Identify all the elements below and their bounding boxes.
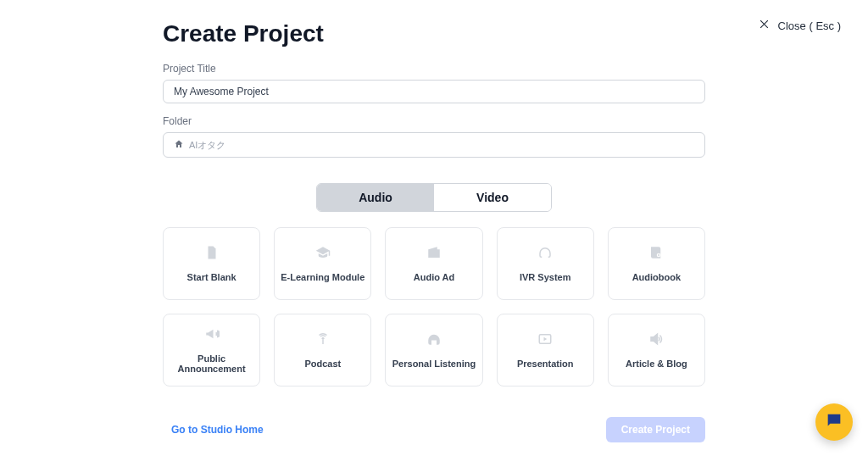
card-label: IVR System [515,272,576,282]
svg-point-3 [321,337,324,340]
card-label: Personal Listening [387,359,481,369]
studio-home-link[interactable]: Go to Studio Home [163,424,264,436]
card-label: Presentation [512,359,579,369]
project-title-label: Project Title [163,63,705,75]
card-label: Start Blank [182,272,242,282]
chat-icon [825,411,843,433]
project-title-group: Project Title [163,63,705,103]
page-title: Create Project [163,20,705,47]
card-article-blog[interactable]: Article & Blog [608,314,705,386]
card-elearning[interactable]: E-Learning Module [274,227,371,300]
card-audiobook[interactable]: Audiobook [608,227,705,300]
folder-label: Folder [163,115,705,127]
megaphone-icon [204,326,220,342]
folder-value: AIオタク [189,139,225,152]
close-icon [759,19,770,32]
close-button[interactable]: Close ( Esc ) [759,19,841,32]
file-icon [204,245,220,260]
project-title-input[interactable] [163,80,705,103]
radio-icon [426,245,442,260]
create-project-button[interactable]: Create Project [606,417,705,442]
headset-icon [537,245,553,260]
card-audio-ad[interactable]: Audio Ad [385,227,482,300]
card-label: Public Announcement [164,353,259,374]
modal-footer: Go to Studio Home Create Project [163,417,705,442]
tab-audio[interactable]: Audio [317,184,434,211]
card-public-announcement[interactable]: Public Announcement [163,314,260,386]
headphones-icon [426,331,442,347]
card-label: Audio Ad [409,272,459,282]
broadcast-icon [315,331,331,347]
type-tabs: Audio Video [316,183,552,212]
card-label: E-Learning Module [275,272,370,282]
folder-group: Folder AIオタク [163,115,705,158]
chat-widget-button[interactable] [815,403,853,441]
folder-select[interactable]: AIオタク [163,132,705,158]
play-square-icon [537,331,553,347]
close-label: Close ( Esc ) [778,19,841,32]
card-label: Podcast [299,359,346,369]
book-audio-icon [648,245,664,260]
card-start-blank[interactable]: Start Blank [163,227,260,300]
card-presentation[interactable]: Presentation [497,314,594,386]
card-label: Audiobook [627,272,686,282]
card-personal-listening[interactable]: Personal Listening [385,314,482,386]
template-grid: Start Blank E-Learning Module Audio Ad I… [163,227,705,386]
tab-video[interactable]: Video [434,184,551,211]
create-project-modal: Create Project Project Title Folder AIオタ… [163,0,705,442]
volume-icon [648,331,664,347]
home-icon [174,139,184,151]
card-label: Article & Blog [620,359,693,369]
card-ivr[interactable]: IVR System [497,227,594,300]
graduation-icon [315,245,331,260]
card-podcast[interactable]: Podcast [274,314,371,386]
